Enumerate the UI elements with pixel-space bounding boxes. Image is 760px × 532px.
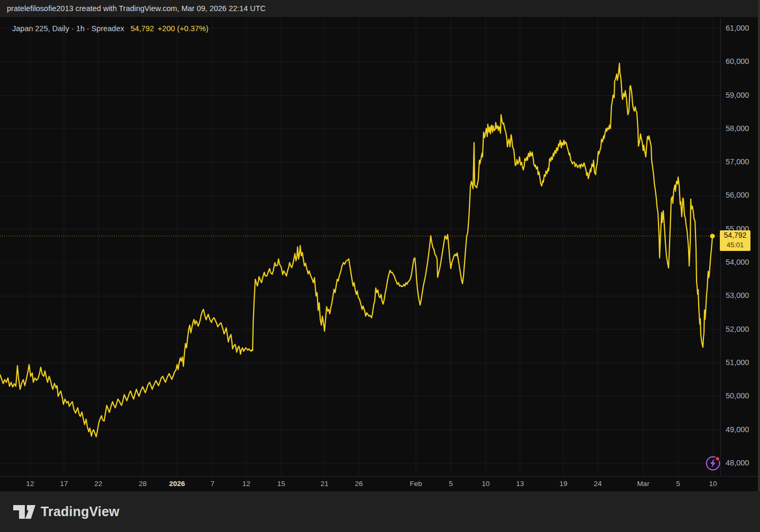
time-axis-label: 19 <box>559 480 567 488</box>
tradingview-logo-icon <box>13 505 36 519</box>
price-axis-label: 49,000 <box>726 425 749 434</box>
time-axis-label: 13 <box>516 480 524 488</box>
tradingview-published-chart: pratelefilosofie2013 created with Tradin… <box>0 0 760 532</box>
last-price-dot <box>710 234 715 238</box>
price-axis-label: 48,000 <box>726 459 749 467</box>
price-axis-label: 54,000 <box>726 258 749 266</box>
price-line-series <box>0 63 712 437</box>
notification-dot <box>716 457 719 460</box>
time-axis-label: 22 <box>94 480 102 488</box>
header-attribution: pratelefilosofie2013 created with Tradin… <box>7 4 266 13</box>
footer-bar: TradingView <box>0 491 760 532</box>
time-axis-label: 7 <box>210 480 215 488</box>
time-axis-label: 5 <box>449 480 453 488</box>
time-axis-label: 24 <box>594 480 601 488</box>
time-axis-label: 17 <box>60 480 68 488</box>
time-axis-label: 5 <box>676 480 680 488</box>
price-axis-label: 58,000 <box>726 124 749 133</box>
time-axis-label: Feb <box>410 480 422 488</box>
price-axis-label: 59,000 <box>726 91 749 99</box>
bolt-glyph <box>710 459 716 468</box>
time-axis-label: Mar <box>637 480 649 488</box>
time-axis-label: 10 <box>481 480 489 488</box>
price-axis-label: 51,000 <box>726 358 749 367</box>
tradingview-logo-link[interactable]: TradingView <box>13 504 119 519</box>
legend-change: +200 (+0.37%) <box>157 24 208 33</box>
current-price-badge: 54,792 45:01 <box>720 230 750 251</box>
time-axis-label: 10 <box>709 480 717 488</box>
header-bar: pratelefilosofie2013 created with Tradin… <box>0 0 760 17</box>
symbol-title: Japan 225, Daily · 1h · Spreadex <box>12 24 124 33</box>
price-axis-label: 61,000 <box>726 24 749 32</box>
time-axis-label: 15 <box>277 480 285 488</box>
brand-name: TradingView <box>41 504 119 519</box>
price-axis-label: 53,000 <box>726 291 749 300</box>
price-axis-label: 50,000 <box>726 391 749 400</box>
price-axis-label: 56,000 <box>726 191 749 199</box>
time-axis-label: 2026 <box>169 480 185 488</box>
time-axis-label: 21 <box>320 480 328 488</box>
chart-legend: Japan 225, Daily · 1h · Spreadex54,792+2… <box>12 24 208 33</box>
price-axis-label: 60,000 <box>726 57 749 66</box>
right-edge-strip <box>758 0 760 491</box>
time-axis-label: 12 <box>242 480 250 488</box>
time-axis-label: 12 <box>26 480 34 488</box>
price-axis-label: 57,000 <box>726 157 749 166</box>
market-status-button[interactable] <box>705 455 721 471</box>
price-axis-label: 52,000 <box>726 325 749 333</box>
time-axis-label: 26 <box>355 480 363 488</box>
bar-countdown: 45:01 <box>720 240 750 250</box>
legend-last-price: 54,792 <box>131 24 154 33</box>
lightning-icon <box>705 455 721 471</box>
current-price-value: 54,792 <box>720 230 750 240</box>
time-axis-label: 28 <box>138 480 146 488</box>
price-chart-plot[interactable] <box>0 18 720 476</box>
time-axis[interactable]: 121722282026712152126Feb510131924Mar510 <box>0 476 760 491</box>
